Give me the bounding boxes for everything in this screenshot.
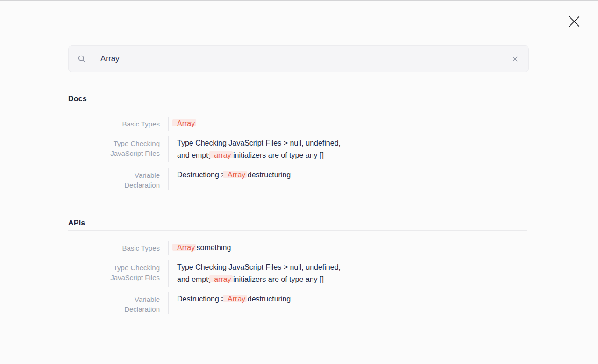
- result-text-part: Destructiong >: [177, 171, 228, 179]
- highlighted-term: array: [214, 151, 231, 159]
- section-title: APIs: [68, 219, 529, 227]
- magnifier-icon: [76, 54, 86, 63]
- highlighted-term: Array: [177, 244, 194, 252]
- highlighted-term: Array: [228, 295, 245, 303]
- results: Docs Basic Types Array Type Checking Jav…: [68, 95, 529, 314]
- result-row[interactable]: Basic Types Array: [68, 117, 529, 131]
- search-input[interactable]: [100, 54, 510, 63]
- result-row[interactable]: Type Checking JavaScript Files Type Chec…: [68, 136, 529, 162]
- section-rows: Basic Types Array Type Checking JavaScri…: [68, 117, 529, 190]
- search-modal: Docs Basic Types Array Type Checking Jav…: [68, 45, 529, 314]
- result-text-part: destructuring: [245, 171, 291, 179]
- search-box: [68, 45, 529, 72]
- result-text: Destructiong > Array destructuring: [168, 292, 291, 314]
- clear-search-button[interactable]: [510, 54, 520, 64]
- highlighted-term: array: [214, 275, 231, 283]
- result-row[interactable]: Variable Declaration Destructiong > Arra…: [68, 168, 529, 190]
- result-row[interactable]: Variable Declaration Destructiong > Arra…: [68, 292, 529, 314]
- result-text-part: initializers are of type any []: [231, 151, 324, 159]
- section-divider: [68, 230, 527, 231]
- search-overlay: { "colors": { "accent_red": "#e8604a", "…: [0, 0, 598, 364]
- result-label: Type Checking JavaScript Files: [68, 260, 168, 287]
- result-label: Variable Declaration: [68, 168, 168, 190]
- result-label: Variable Declaration: [68, 292, 168, 314]
- result-text: Type Checking JavaScript Files > null, u…: [168, 260, 341, 287]
- result-text: Destructiong > Array destructuring: [168, 168, 291, 190]
- section-title: Docs: [68, 95, 529, 103]
- close-x-icon: [567, 14, 582, 29]
- results-section: APIs Basic Types Array.something Type Ch…: [68, 219, 529, 314]
- result-text-part: .something: [194, 244, 231, 252]
- result-label: Basic Types: [68, 117, 168, 131]
- result-text-part: Destructiong >: [177, 295, 228, 303]
- result-label: Basic Types: [68, 241, 168, 255]
- result-label: Type Checking JavaScript Files: [68, 136, 168, 162]
- result-text-part: destructuring: [245, 295, 291, 303]
- x-icon: [511, 55, 519, 63]
- section-divider: [68, 106, 527, 106]
- result-text: Array.something: [168, 241, 231, 255]
- section-rows: Basic Types Array.something Type Checkin…: [68, 241, 529, 314]
- highlighted-term: Array: [177, 119, 195, 127]
- result-text-part: initializers are of type any []: [231, 275, 324, 283]
- result-row[interactable]: Basic Types Array.something: [68, 241, 529, 255]
- highlighted-term: Array: [228, 171, 245, 179]
- result-row[interactable]: Type Checking JavaScript Files Type Chec…: [68, 260, 529, 287]
- close-overlay-button[interactable]: [566, 13, 583, 30]
- result-text: Array: [168, 117, 195, 131]
- results-section: Docs Basic Types Array Type Checking Jav…: [68, 95, 529, 190]
- result-text: Type Checking JavaScript Files > null, u…: [168, 136, 341, 162]
